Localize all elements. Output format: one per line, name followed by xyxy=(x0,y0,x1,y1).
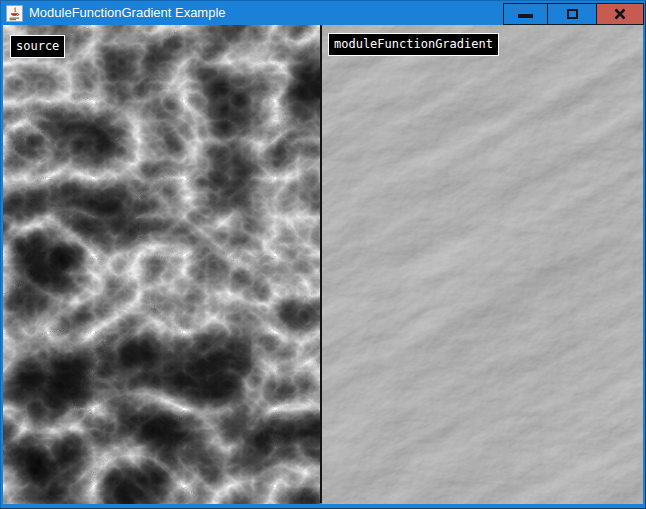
minimize-dash-icon xyxy=(518,14,533,18)
content-area: source xyxy=(3,25,643,503)
gradient-image xyxy=(322,25,643,504)
minimize-button[interactable] xyxy=(503,3,548,25)
source-panel: source xyxy=(3,25,320,504)
source-label: source xyxy=(10,35,65,58)
gradient-panel: moduleFunctionGradient xyxy=(322,25,643,504)
maximize-button[interactable] xyxy=(547,3,597,25)
gradient-label: moduleFunctionGradient xyxy=(328,33,499,56)
java-coffee-cup-icon xyxy=(6,5,23,22)
window-controls xyxy=(503,2,646,25)
window-title: ModuleFunctionGradient Example xyxy=(29,1,226,25)
close-button[interactable] xyxy=(596,3,644,25)
maximize-square-icon xyxy=(567,9,578,19)
titlebar[interactable]: ModuleFunctionGradient Example xyxy=(0,1,646,25)
close-x-icon xyxy=(613,7,627,21)
app-window: ModuleFunctionGradient Example xyxy=(0,0,646,509)
source-image xyxy=(3,25,320,504)
